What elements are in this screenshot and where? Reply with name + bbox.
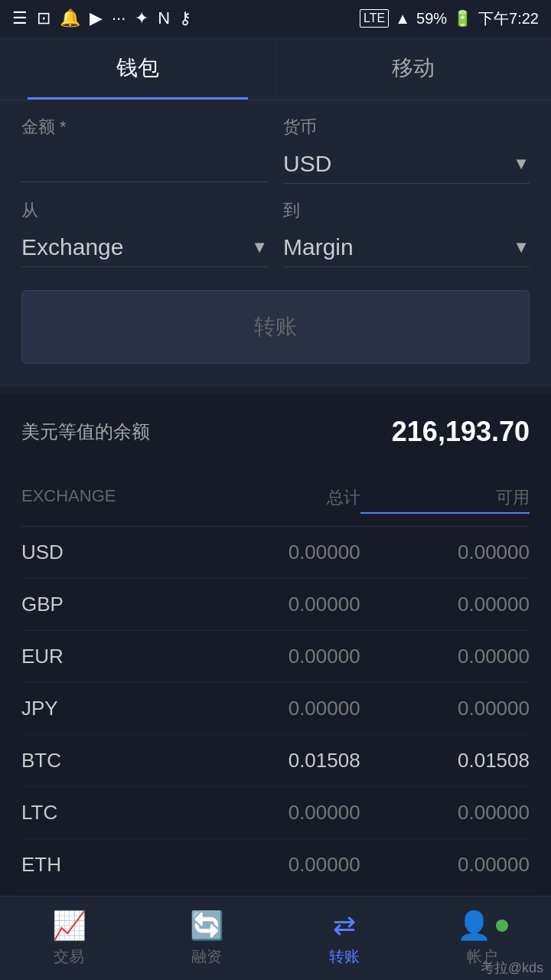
currency-total: 0.00000 <box>191 645 360 668</box>
table-row: USD 0.00000 0.00000 <box>21 527 530 579</box>
currency-name: BTC <box>21 749 191 773</box>
currency-available: 0.01508 <box>360 749 530 773</box>
trade-label: 交易 <box>54 946 84 967</box>
transfer-button[interactable]: 转账 <box>21 290 530 364</box>
from-to-row: 从 Exchange ▼ 到 Margin ▼ <box>21 199 530 267</box>
currency-available: 0.00000 <box>360 853 530 877</box>
nav-trade[interactable]: 📈 交易 <box>0 897 138 980</box>
currency-total: 0.00000 <box>191 697 360 720</box>
from-select[interactable]: Exchange ▼ <box>21 228 268 267</box>
currency-arrow-icon: ▼ <box>513 154 530 174</box>
amount-input[interactable] <box>21 145 268 182</box>
transfer-label: 转账 <box>329 946 360 967</box>
bluetooth-icon: ✦ <box>135 8 148 28</box>
transfer-icon: ⇄ <box>333 910 356 942</box>
currency-available: 0.00000 <box>360 801 530 825</box>
amount-label: 金额 * <box>21 116 268 139</box>
currency-group: 货币 USD ▼ <box>283 116 530 184</box>
status-icons-right: LTE ▲ 59% 🔋 下午7:22 <box>360 8 539 29</box>
to-label: 到 <box>283 199 530 222</box>
amount-currency-row: 金额 * 货币 USD ▼ <box>21 116 530 184</box>
account-icon: 👤 <box>457 910 491 942</box>
to-select[interactable]: Margin ▼ <box>283 228 530 267</box>
balance-section: 美元等值的余额 216,193.70 <box>0 394 551 474</box>
nav-transfer[interactable]: ⇄ 转账 <box>276 897 413 980</box>
currency-value: USD <box>283 151 331 177</box>
from-value: Exchange <box>21 234 123 260</box>
currency-name: LTC <box>21 801 191 825</box>
nfc-icon: N <box>158 8 170 28</box>
to-value: Margin <box>283 234 354 260</box>
amount-group: 金额 * <box>21 116 268 184</box>
balance-label: 美元等值的余额 <box>21 420 150 444</box>
send-icon: ▶ <box>90 8 103 28</box>
table-header: EXCHANGE 总计 可用 <box>21 474 530 527</box>
currency-total: 0.00000 <box>191 541 360 564</box>
currency-name: ETH <box>21 853 191 877</box>
currency-available: 0.00000 <box>360 541 530 564</box>
from-label: 从 <box>21 199 268 222</box>
trade-icon: 📈 <box>52 910 86 942</box>
app-icon: ⊡ <box>37 8 51 28</box>
status-icons-left: ☰ ⊡ 🔔 ▶ ··· ✦ N ⚷ <box>12 8 191 28</box>
table-row: GBP 0.00000 0.00000 <box>21 579 530 631</box>
key-icon: ⚷ <box>179 8 191 28</box>
tab-wallet[interactable]: 钱包 <box>0 37 276 100</box>
finance-label: 融资 <box>191 946 222 967</box>
balance-value: 216,193.70 <box>392 416 530 448</box>
table-row: LTC 0.00000 0.00000 <box>21 787 530 839</box>
table-row: JPY 0.00000 0.00000 <box>21 683 530 735</box>
watermark: 考拉@kds <box>481 959 543 977</box>
currency-name: JPY <box>21 697 191 720</box>
online-dot <box>496 920 508 932</box>
battery-text: 59% <box>416 10 447 28</box>
battery-icon: 🔋 <box>453 9 472 28</box>
currency-select[interactable]: USD ▼ <box>283 145 530 184</box>
currency-total: 0.00000 <box>191 593 360 616</box>
bottom-nav: 📈 交易 🔄 融资 ⇄ 转账 👤 帐户 <box>0 896 551 980</box>
currency-name: USD <box>21 541 191 564</box>
section-label: EXCHANGE <box>21 486 191 514</box>
table-row: BTC 0.01508 0.01508 <box>21 735 530 787</box>
menu-icon: ☰ <box>12 8 28 28</box>
more-icon: ··· <box>112 8 126 28</box>
currency-total: 0.00000 <box>191 853 360 877</box>
lte-icon: LTE <box>360 9 389 28</box>
table-row: EUR 0.00000 0.00000 <box>21 631 530 683</box>
header-available: 可用 <box>360 486 530 514</box>
currency-available: 0.00000 <box>360 593 530 616</box>
currency-available: 0.00000 <box>360 645 530 668</box>
nav-finance[interactable]: 🔄 融资 <box>138 897 276 980</box>
from-group: 从 Exchange ▼ <box>21 199 268 267</box>
currency-name: GBP <box>21 593 191 616</box>
from-arrow-icon: ▼ <box>251 237 268 257</box>
tab-move[interactable]: 移动 <box>276 37 552 100</box>
status-bar: ☰ ⊡ 🔔 ▶ ··· ✦ N ⚷ LTE ▲ 59% 🔋 下午7:22 <box>0 0 551 37</box>
currency-label: 货币 <box>283 116 530 139</box>
header-total: 总计 <box>191 486 360 514</box>
time-display: 下午7:22 <box>478 8 539 29</box>
to-group: 到 Margin ▼ <box>283 199 530 267</box>
to-arrow-icon: ▼ <box>513 237 530 257</box>
table-row: ETH 0.00000 0.00000 <box>21 839 530 891</box>
signal-icon: ▲ <box>395 10 410 28</box>
form-section: 金额 * 货币 USD ▼ 从 Exchange ▼ 到 Margin ▼ <box>0 100 551 387</box>
bell-icon: 🔔 <box>60 8 80 28</box>
main-tab-bar: 钱包 移动 <box>0 37 551 100</box>
currency-name: EUR <box>21 645 191 668</box>
currency-total: 0.01508 <box>191 749 360 773</box>
currency-available: 0.00000 <box>360 697 530 720</box>
finance-icon: 🔄 <box>190 910 224 942</box>
currency-total: 0.00000 <box>191 801 360 825</box>
account-with-dot: 👤 <box>457 910 508 942</box>
balance-header: 美元等值的余额 216,193.70 <box>21 416 530 448</box>
